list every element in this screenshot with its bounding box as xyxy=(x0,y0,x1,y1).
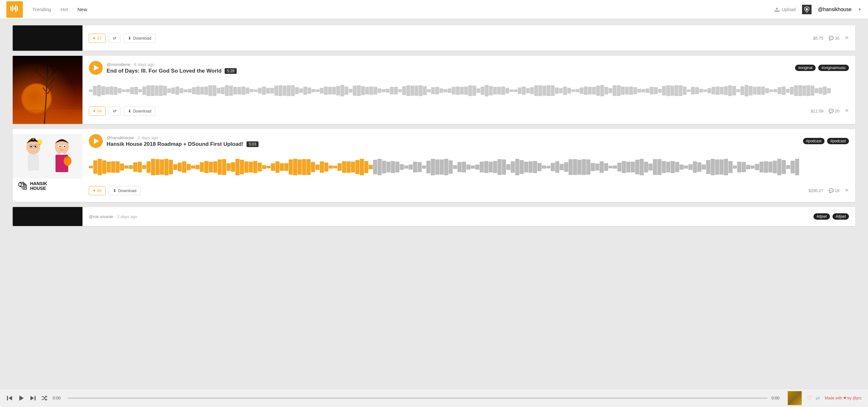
download-button-partial[interactable]: ⬇ Download xyxy=(124,34,155,43)
track-content-hansik: @hansikhouse 2 days ago Hansik House 201… xyxy=(83,129,855,202)
heart-icon-hansik: ♥ xyxy=(93,188,95,193)
track-thumb-hansik: HANSIK HOUSE xyxy=(13,129,83,202)
track-card-partial: ♥ 27 ⇄ ⬇ Download $5.75 💬 35 ⚑ xyxy=(13,25,855,51)
comments-stat-hansik: 💬 18 xyxy=(829,188,839,193)
svg-rect-4 xyxy=(17,6,18,11)
track-time-ago-end-of-days: 6 days ago xyxy=(134,62,155,67)
player-heart-button[interactable]: ♡ xyxy=(807,395,812,402)
comment-icon-eod: 💬 xyxy=(829,109,834,113)
track-actions-hansik: ♥ 66 ⬇ Download $280.27 💬 18 ⚑ xyxy=(89,186,849,195)
track-thumb-sunset xyxy=(13,56,83,124)
download-icon-hansik: ⬇ xyxy=(113,188,117,193)
track-stats-end-of-days: $11.59 💬 20 ⚑ xyxy=(811,108,849,114)
waveform-hansik[interactable] xyxy=(89,155,849,180)
player-prev-button[interactable] xyxy=(6,395,13,401)
track-tags-rok: #djset #djset xyxy=(813,213,849,220)
track-title-end-of-days: End of Days: III. For God So Loved the W… xyxy=(106,68,791,74)
track-author-rok: @rok-sivante xyxy=(89,214,113,219)
svg-rect-5 xyxy=(13,56,83,124)
player-shuffle-button[interactable] xyxy=(41,395,48,401)
track-header-hansik: @hansikhouse 2 days ago Hansik House 201… xyxy=(89,134,849,148)
svg-point-11 xyxy=(32,138,34,140)
main-content: ♥ 27 ⇄ ⬇ Download $5.75 💬 35 ⚑ xyxy=(0,19,868,237)
tag-djset-1[interactable]: #djset xyxy=(813,213,830,220)
price-partial: $5.75 xyxy=(813,36,824,41)
repost-button-partial[interactable]: ⇄ xyxy=(109,34,121,43)
track-title-hansik: Hansik House 2018 Roadmap + DSound First… xyxy=(106,141,799,147)
tag-original[interactable]: #original xyxy=(795,65,816,71)
progress-bar[interactable] xyxy=(68,398,768,399)
track-content-end-of-days: @morodiene 6 days ago End of Days: III. … xyxy=(83,56,855,124)
track-actions-end-of-days: ♥ 54 ⇄ ⬇ Download $11.59 💬 20 xyxy=(89,106,849,116)
download-button-end-of-days[interactable]: ⬇ Download xyxy=(124,106,155,116)
svg-point-15 xyxy=(35,146,36,147)
svg-rect-2 xyxy=(13,7,14,10)
tag-podcast-1[interactable]: #podcast xyxy=(803,138,825,144)
header: Trending Hot New Upload @hansikhouse ▼ xyxy=(0,0,868,19)
svg-point-27 xyxy=(64,156,71,166)
track-stats-partial: $5.75 💬 35 ⚑ xyxy=(813,35,849,41)
user-name: @hansikhouse xyxy=(818,7,851,12)
flag-button-eod[interactable]: ⚑ xyxy=(844,108,849,114)
player-repost-button[interactable]: ⇄ xyxy=(816,395,820,401)
player-actions: ♡ ⇄ xyxy=(807,395,820,402)
svg-point-18 xyxy=(37,140,42,144)
made-by-link[interactable]: @prc xyxy=(852,396,862,400)
player-next-button[interactable] xyxy=(30,395,36,401)
track-card-hansik: HANSIK HOUSE @hansikhouse 2 days ago Han… xyxy=(13,129,855,202)
svg-point-6 xyxy=(21,83,52,114)
user-logo xyxy=(802,5,811,14)
play-icon-hansik xyxy=(94,138,99,144)
play-icon-player xyxy=(18,395,25,402)
comments-stat-eod: 💬 20 xyxy=(829,109,839,113)
repost-button-end-of-days[interactable]: ⇄ xyxy=(109,106,121,116)
hansik-logo-text: HANSIK HOUSE xyxy=(30,181,47,191)
play-button-end-of-days[interactable] xyxy=(89,61,103,75)
svg-point-13 xyxy=(30,146,32,147)
download-button-hansik[interactable]: ⬇ Download xyxy=(109,186,141,195)
skip-forward-icon xyxy=(30,395,36,401)
nav-trending[interactable]: Trending xyxy=(32,7,51,12)
tag-podcast-2[interactable]: #podcast xyxy=(827,138,849,144)
svg-point-23 xyxy=(59,146,61,147)
track-actions-partial: ♥ 27 ⇄ ⬇ Download xyxy=(89,34,155,43)
svg-point-7 xyxy=(23,84,51,112)
flag-button-hansik[interactable]: ⚑ xyxy=(844,188,849,194)
logo[interactable] xyxy=(6,1,23,18)
flag-button-partial[interactable]: ⚑ xyxy=(844,35,849,41)
track-card-rok: @rok-sivante 2 days ago #djset #djset xyxy=(13,207,855,226)
waveform-end-of-days[interactable] xyxy=(89,81,849,100)
action-buttons-hansik: ♥ 66 ⬇ Download xyxy=(89,186,141,195)
track-author-hansik: @hansikhouse xyxy=(106,135,134,140)
like-button-end-of-days[interactable]: ♥ 54 xyxy=(89,106,106,116)
player-play-button[interactable] xyxy=(18,395,25,402)
player-progress: 0:00 0:00 xyxy=(53,396,783,400)
like-button-partial[interactable]: ♥ 27 xyxy=(89,34,106,43)
logo-icon xyxy=(10,4,19,15)
svg-rect-0 xyxy=(10,6,11,11)
tag-originalmusic[interactable]: #originalmusic xyxy=(818,65,849,71)
upload-button[interactable]: Upload xyxy=(774,7,796,12)
player-bar: 0:00 0:00 ♡ ⇄ Made with ❤ by @prc xyxy=(0,388,868,407)
hansik-character-left xyxy=(20,137,47,175)
svg-rect-3 xyxy=(15,5,16,12)
track-stats-hansik: $280.27 💬 18 ⚑ xyxy=(809,188,849,194)
track-thumb-partial xyxy=(13,25,83,51)
header-right: Upload @hansikhouse ▼ xyxy=(774,5,862,14)
track-card-end-of-days: @morodiene 6 days ago End of Days: III. … xyxy=(13,56,855,124)
player-time-total: 0:00 xyxy=(772,396,783,400)
nav-new[interactable]: New xyxy=(78,7,87,12)
comment-icon: 💬 xyxy=(829,36,834,41)
svg-point-25 xyxy=(64,146,65,147)
comments-partial: 💬 35 xyxy=(829,36,839,41)
action-buttons-end-of-days: ♥ 54 ⇄ ⬇ Download xyxy=(89,106,155,116)
user-dropdown-icon[interactable]: ▼ xyxy=(858,7,862,12)
duration-badge-hansik: 5:03 xyxy=(247,141,258,147)
like-button-hansik[interactable]: ♥ 66 xyxy=(89,186,106,195)
upload-label: Upload xyxy=(782,7,796,12)
play-icon xyxy=(94,65,99,71)
nav-hot[interactable]: Hot xyxy=(61,7,68,12)
track-thumb-rok xyxy=(13,207,83,226)
tag-djset-2[interactable]: #djset xyxy=(833,213,849,220)
play-button-hansik[interactable] xyxy=(89,134,103,148)
